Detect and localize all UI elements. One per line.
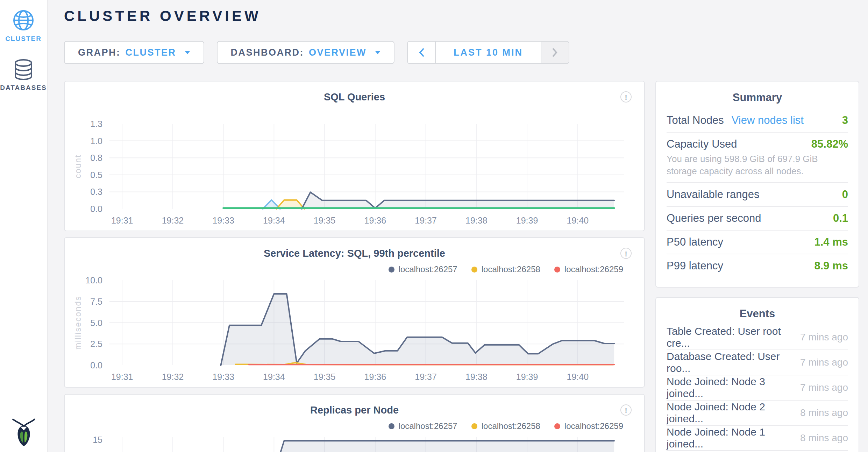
summary-row-main: Capacity Used85.82%: [667, 137, 848, 151]
svg-text:0.8: 0.8: [90, 153, 102, 163]
chart-plot-area[interactable]: 19:3119:3219:3319:3419:3519:3619:3719:38…: [65, 82, 644, 231]
info-icon[interactable]: !: [620, 404, 632, 416]
svg-text:19:31: 19:31: [111, 216, 133, 225]
sidebar: CLUSTER DATABASES: [0, 0, 48, 452]
legend-item[interactable]: localhost:26259: [554, 264, 623, 274]
info-icon[interactable]: !: [620, 248, 632, 259]
legend-dot-icon: [554, 267, 560, 273]
legend-dot-icon: [471, 423, 477, 429]
svg-text:19:37: 19:37: [415, 372, 437, 382]
cockroachdb-logo[interactable]: [12, 416, 36, 446]
svg-text:10.0: 10.0: [85, 275, 102, 285]
svg-text:0.0: 0.0: [90, 360, 102, 370]
event-row: Table Created: User root cre...7 mins ag…: [667, 325, 848, 350]
chart-title: Replicas per Node: [65, 404, 644, 416]
legend-item[interactable]: localhost:26257: [389, 264, 457, 274]
page-title: CLUSTER OVERVIEW: [64, 8, 261, 24]
svg-text:19:32: 19:32: [162, 216, 184, 225]
svg-text:19:35: 19:35: [314, 372, 336, 382]
svg-text:19:33: 19:33: [212, 372, 234, 382]
event-time: 7 mins ago: [794, 382, 848, 393]
svg-text:19:34: 19:34: [263, 216, 285, 225]
info-icon[interactable]: !: [620, 91, 632, 103]
globe-icon: [12, 9, 35, 31]
chevron-right-icon: [553, 48, 557, 57]
svg-text:19:34: 19:34: [263, 372, 285, 382]
summary-row-subtext: You are using 598.9 GiB of 697.9 GiB sto…: [667, 153, 843, 177]
time-range-selector: LAST 10 MIN: [407, 41, 569, 64]
summary-row-label: Unavailable ranges: [667, 188, 759, 200]
summary-row: Unavailable ranges0: [667, 182, 848, 206]
app-root: CLUSTER DATABASES: [0, 0, 868, 452]
chart-card-service-latency: 19:3119:3219:3319:3419:3519:3619:3719:38…: [64, 237, 645, 388]
legend-item[interactable]: localhost:26258: [471, 421, 540, 431]
summary-rows: Total NodesView nodes list3Capacity Used…: [667, 109, 848, 277]
summary-row-label: Queries per second: [667, 212, 761, 224]
dashboard-dropdown[interactable]: DASHBOARD: OVERVIEW: [217, 41, 395, 64]
sidebar-item-label: CLUSTER: [0, 35, 47, 43]
event-time: 7 mins ago: [794, 332, 848, 343]
legend-label: localhost:26258: [482, 264, 540, 274]
event-row: Node Joined: Node 2 joined...8 mins ago: [667, 401, 848, 426]
events-title: Events: [667, 308, 848, 320]
svg-text:19:39: 19:39: [516, 216, 538, 225]
graph-dropdown[interactable]: GRAPH: CLUSTER: [64, 41, 204, 64]
svg-text:0.3: 0.3: [90, 187, 102, 197]
summary-row-value: 3: [842, 114, 848, 127]
time-next-button[interactable]: [541, 42, 569, 63]
summary-row-label: Capacity Used: [667, 138, 737, 150]
summary-row-value: 1.4 ms: [814, 236, 848, 248]
legend-label: localhost:26257: [399, 421, 457, 431]
database-icon: [13, 59, 34, 80]
legend-label: localhost:26259: [564, 264, 623, 274]
event-time: 8 mins ago: [794, 432, 848, 444]
sidebar-item-cluster[interactable]: CLUSTER: [0, 9, 47, 43]
time-prev-button[interactable]: [408, 42, 435, 63]
svg-text:19:31: 19:31: [111, 372, 133, 382]
chart-card-replicas-per-node: 19:3119:3219:3319:3419:3519:3619:3719:38…: [64, 394, 645, 452]
svg-text:19:40: 19:40: [567, 216, 589, 225]
legend-item[interactable]: localhost:26257: [389, 421, 457, 431]
summary-row: Capacity Used85.82%You are using 598.9 G…: [667, 132, 848, 182]
dashboard-dropdown-value: OVERVIEW: [309, 47, 367, 58]
svg-text:19:33: 19:33: [212, 216, 234, 225]
svg-text:19:32: 19:32: [162, 372, 184, 382]
events-panel: Events Table Created: User root cre...7 …: [655, 297, 859, 452]
summary-row-value: 0.1: [833, 212, 848, 225]
legend-item[interactable]: localhost:26259: [554, 421, 623, 431]
legend-dot-icon: [389, 423, 394, 429]
sidebar-item-databases[interactable]: DATABASES: [0, 59, 47, 92]
svg-text:19:36: 19:36: [364, 372, 386, 382]
svg-text:19:38: 19:38: [465, 216, 488, 225]
legend-label: localhost:26258: [482, 421, 540, 431]
summary-row: P99 latency8.9 ms: [667, 254, 848, 277]
svg-text:19:35: 19:35: [314, 216, 336, 225]
svg-text:7.5: 7.5: [90, 297, 102, 306]
svg-text:0.0: 0.0: [90, 204, 102, 214]
chart-plot-area[interactable]: 19:3119:3219:3319:3419:3519:3619:3719:38…: [65, 238, 644, 387]
summary-row: Queries per second0.1: [667, 206, 848, 230]
summary-row-value: 8.9 ms: [814, 260, 848, 272]
summary-row-main: P99 latency8.9 ms: [667, 259, 848, 273]
cockroach-icon: [12, 416, 36, 446]
svg-text:19:37: 19:37: [415, 216, 437, 225]
chart-card-sql-queries: 19:3119:3219:3319:3419:3519:3619:3719:38…: [64, 81, 645, 231]
legend-item[interactable]: localhost:26258: [471, 264, 540, 274]
summary-row-label: Total Nodes: [667, 114, 724, 126]
event-time: 7 mins ago: [794, 357, 848, 368]
view-nodes-list-link[interactable]: View nodes list: [732, 114, 804, 126]
summary-row-main: P50 latency1.4 ms: [667, 235, 848, 249]
svg-text:1.3: 1.3: [90, 119, 102, 129]
svg-text:1.0: 1.0: [90, 136, 102, 146]
time-range-label[interactable]: LAST 10 MIN: [435, 42, 541, 63]
chart-title: SQL Queries: [65, 91, 644, 103]
summary-row-value: 0: [842, 188, 848, 201]
svg-text:count: count: [73, 154, 83, 178]
svg-text:0.5: 0.5: [90, 170, 102, 180]
svg-text:15: 15: [93, 435, 102, 445]
event-row: Node Joined: Node 3 joined...7 mins ago: [667, 375, 848, 401]
svg-text:milliseconds: milliseconds: [73, 296, 83, 350]
chart-legend: localhost:26257localhost:26258localhost:…: [389, 264, 623, 274]
legend-label: localhost:26257: [399, 264, 457, 274]
controls-bar: GRAPH: CLUSTER DASHBOARD: OVERVIEW LAST …: [64, 41, 569, 64]
